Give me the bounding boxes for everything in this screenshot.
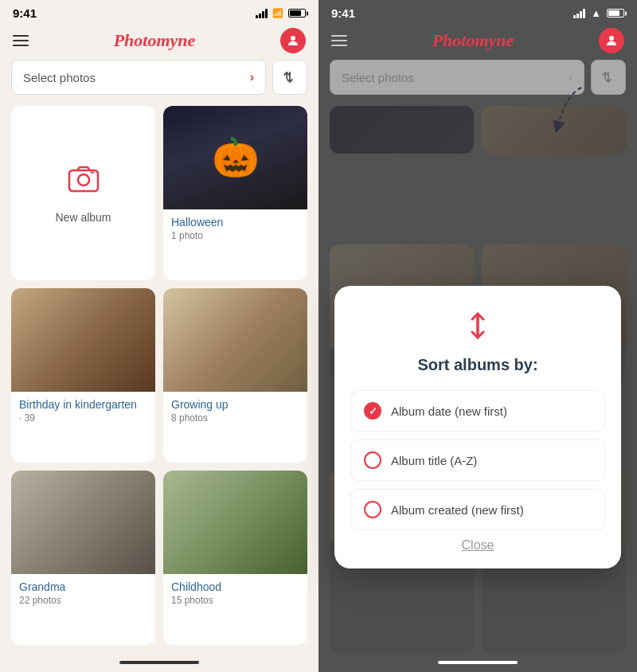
childhood-card[interactable]: Childhood 15 photos [163, 471, 307, 645]
svg-point-2 [78, 174, 89, 186]
sort-modal: Sort albums by: Album date (new first) A… [334, 286, 621, 568]
growing-up-name: Growing up [171, 398, 299, 411]
signal-icon-right [573, 9, 585, 18]
growing-up-card[interactable]: Growing up 8 photos [163, 288, 307, 463]
avatar-button-left[interactable] [280, 28, 306, 53]
svg-point-4 [609, 36, 614, 41]
svg-text:+: + [90, 168, 95, 177]
halloween-thumb: 🎃 [163, 106, 307, 209]
grandma-name: Grandma [19, 580, 147, 593]
app-header-left: Photomyne [0, 23, 318, 60]
sort-close-button[interactable]: Close [350, 538, 605, 553]
home-indicator-right [318, 656, 637, 672]
app-header-right: Photomyne [318, 23, 637, 60]
sort-option-created-label: Album created (new first) [391, 503, 524, 517]
childhood-count: 15 photos [171, 595, 299, 606]
halloween-name: Halloween [171, 216, 299, 229]
birthday-card[interactable]: Birthday in kindergarten · 39 [11, 288, 155, 463]
select-photos-input[interactable]: Select photos › [11, 60, 266, 95]
childhood-name: Childhood [171, 580, 299, 593]
app-logo-right: Photomyne [432, 30, 514, 51]
album-grid-left: + New album 🎃 Halloween 1 photo Birthday… [0, 103, 318, 656]
grandma-count: 22 photos [19, 595, 147, 606]
time-left: 9:41 [13, 6, 37, 20]
right-phone: 9:41 ▲ Photomyne [318, 0, 637, 672]
status-icons-right: ▲ [573, 7, 624, 19]
home-indicator-left [0, 656, 318, 672]
radio-created [364, 501, 381, 518]
sort-option-title-label: Album title (A-Z) [391, 454, 477, 467]
halloween-count: 1 photo [171, 230, 299, 241]
battery-icon [288, 9, 306, 18]
new-album-card[interactable]: + New album [11, 106, 155, 280]
growing-up-count: 8 photos [171, 412, 299, 424]
sort-option-title[interactable]: Album title (A-Z) [350, 440, 605, 481]
status-icons-left: 📶 [256, 8, 306, 18]
chevron-right-icon: › [250, 70, 254, 84]
sort-modal-title: Sort albums by: [350, 356, 605, 374]
childhood-info: Childhood 15 photos [163, 574, 307, 614]
halloween-info: Halloween 1 photo [163, 209, 307, 249]
grandma-info: Grandma 22 photos [11, 574, 155, 614]
growing-up-thumb [163, 288, 307, 392]
childhood-thumb [163, 471, 307, 574]
new-album-icon: + [66, 162, 101, 205]
wifi-icon: 📶 [272, 8, 283, 18]
birthday-info: Birthday in kindergarten · 39 [11, 392, 155, 432]
halloween-card[interactable]: 🎃 Halloween 1 photo [163, 106, 307, 280]
birthday-count: · 39 [19, 412, 147, 424]
left-phone: 9:41 📶 Photomyne Select photos › [0, 0, 318, 672]
sort-modal-icon [350, 310, 605, 348]
hamburger-menu[interactable] [13, 35, 29, 46]
birthday-thumb [11, 288, 155, 392]
grandma-card[interactable]: Grandma 22 photos [11, 471, 155, 645]
app-logo-left: Photomyne [114, 30, 196, 51]
annotation-arrow [533, 80, 597, 143]
wifi-icon-right: ▲ [591, 7, 601, 19]
signal-icon [256, 9, 268, 18]
sort-option-date[interactable]: Album date (new first) [350, 390, 605, 432]
hamburger-menu-right[interactable] [331, 35, 347, 46]
select-bar-left: Select photos › [0, 60, 318, 103]
sort-button-left[interactable] [272, 60, 307, 95]
sort-option-date-label: Album date (new first) [391, 404, 507, 418]
birthday-name: Birthday in kindergarten [19, 398, 147, 411]
battery-icon-right [607, 9, 624, 18]
sort-option-created[interactable]: Album created (new first) [350, 489, 605, 530]
avatar-button-right[interactable] [599, 28, 624, 53]
svg-point-0 [291, 36, 295, 41]
radio-date [364, 402, 381, 420]
radio-title [364, 451, 381, 469]
grandma-thumb [11, 471, 155, 574]
status-bar-left: 9:41 📶 [0, 0, 318, 23]
new-album-label: New album [55, 211, 111, 224]
growing-up-info: Growing up 8 photos [163, 392, 307, 432]
time-right: 9:41 [331, 6, 355, 20]
status-bar-right: 9:41 ▲ [318, 0, 637, 23]
